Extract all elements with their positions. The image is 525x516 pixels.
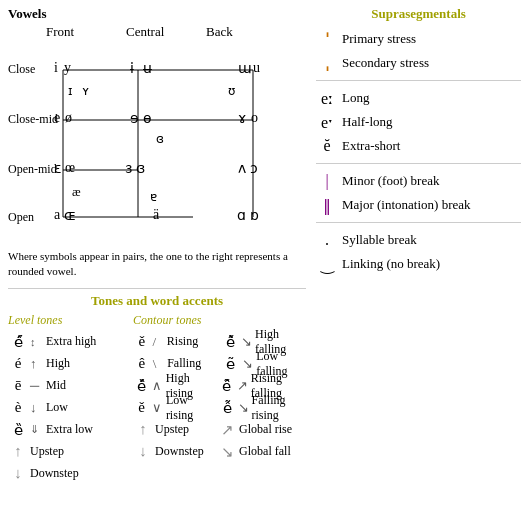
tone-symbol-low: è bbox=[8, 399, 28, 416]
contour-symbol-lrising: ě bbox=[133, 399, 150, 416]
vowel-y: y bbox=[64, 60, 71, 76]
vowel-alpha: ɑ bbox=[237, 207, 246, 224]
tone-symbol-downstep: ↓ bbox=[8, 465, 28, 482]
col-back: Back bbox=[206, 24, 286, 40]
supra-label-secondary: Secondary stress bbox=[342, 55, 429, 71]
vowels-section: Vowels Front Central Back bbox=[8, 6, 306, 280]
tone-label-extralow: Extra low bbox=[46, 422, 93, 437]
left-panel: Vowels Front Central Back bbox=[0, 0, 310, 489]
vowel-oe: œ bbox=[65, 160, 75, 176]
contour-symbol-hfall: ê̌ bbox=[221, 333, 238, 351]
contour-icon-falling: \ bbox=[153, 356, 165, 372]
col-front: Front bbox=[46, 24, 126, 40]
tone-symbol-extrahigh: é̋ bbox=[8, 333, 28, 351]
level-tones-title: Level tones bbox=[8, 313, 125, 328]
supra-row-halflong: eˑ Half-long bbox=[316, 111, 521, 133]
vowel-a: a bbox=[54, 207, 60, 223]
tone-icon-mid: ─ bbox=[30, 378, 44, 394]
tone-symbol-mid: ē bbox=[8, 377, 28, 394]
contour-icon-rfalling: ↗ bbox=[237, 378, 249, 394]
tone-symbol-upstep: ↑ bbox=[8, 443, 28, 460]
contour-icon-lfall: ↘ bbox=[242, 356, 254, 372]
contour-symbol-frising: ễ bbox=[219, 399, 236, 417]
vowel-e-low: ɞ bbox=[156, 132, 164, 147]
contour-tones-col: Contour tones ě / Rising ê̌ ↘ High falli… bbox=[125, 313, 306, 485]
vowel-e-mid: ɘ bbox=[130, 110, 139, 127]
supra-row-syllable: . Syllable break bbox=[316, 229, 521, 251]
contour-icon-hrising: ∧ bbox=[152, 378, 164, 394]
vowels-header: Front Central Back bbox=[8, 24, 306, 40]
supra-row-long: eː Long bbox=[316, 87, 521, 109]
tone-icon-low: ↓ bbox=[30, 400, 44, 416]
level-tones-col: Level tones é̋ ↕ Extra high é ↑ High ē ─ bbox=[8, 313, 125, 485]
vowel-rams: ɤ bbox=[238, 110, 246, 127]
supra-symbol-long: eː bbox=[316, 89, 338, 108]
vowel-chart: Close Close-mid Open-mid Open i y ɨ ʉ ɯ … bbox=[8, 42, 303, 247]
tone-row-high: é ↑ High bbox=[8, 353, 125, 375]
tone-icon-high: ↑ bbox=[30, 356, 44, 372]
contour-tones-title: Contour tones bbox=[133, 313, 306, 328]
vowel-mback: ɯ bbox=[238, 60, 252, 77]
contour-icon-gfall: ↘ bbox=[217, 443, 237, 461]
supra-symbol-syllable: . bbox=[316, 231, 338, 249]
contour-icon-up: ↑ bbox=[133, 421, 153, 438]
supra-label-syllable: Syllable break bbox=[342, 232, 417, 248]
row-close: Close bbox=[8, 62, 35, 77]
vowel-note: Where symbols appear in pairs, the one t… bbox=[8, 249, 298, 280]
vowel-oslash: ø bbox=[65, 110, 72, 126]
tone-label-upstep: Upstep bbox=[30, 444, 64, 459]
row-openmid: Open-mid bbox=[8, 162, 57, 177]
contour-row-lrising: ě ∨ Low rising ễ ↘ Falling rising bbox=[133, 397, 306, 419]
tone-label-mid: Mid bbox=[46, 378, 66, 393]
contour-symbol-rfalling: ẽ̂ bbox=[218, 377, 235, 395]
supra-label-minor: Minor (foot) break bbox=[342, 173, 439, 189]
vowel-imid: ɨ bbox=[130, 60, 134, 77]
contour-icon-down: ↓ bbox=[133, 443, 153, 460]
contour-symbol-hrising: ě̂ bbox=[133, 377, 150, 395]
contour-row-downstep2: ↓ Downstep ↘ Global fall bbox=[133, 441, 306, 463]
supra-symbol-halflong: eˑ bbox=[316, 113, 338, 132]
supra-row-secondary: ˌ Secondary stress bbox=[316, 52, 521, 74]
supra-row-major: ‖ Major (intonation) break bbox=[316, 194, 521, 216]
supra-title: Suprasegmentals bbox=[316, 6, 521, 22]
supra-symbol-primary: ˈ bbox=[316, 30, 338, 49]
supra-symbol-extrashort: ĕ bbox=[316, 137, 338, 155]
contour-label-downstep2: Downstep bbox=[155, 444, 215, 459]
contour-label-upstep2: Upstep bbox=[155, 422, 215, 437]
row-open: Open bbox=[8, 210, 34, 225]
tone-row-downstep: ↓ Downstep bbox=[8, 463, 125, 485]
tone-icon-extralow: ⇓ bbox=[30, 423, 44, 436]
supra-label-linking: Linking (no break) bbox=[342, 256, 440, 272]
tone-row-low: è ↓ Low bbox=[8, 397, 125, 419]
vowel-i: i bbox=[54, 60, 58, 76]
tone-symbol-high: é bbox=[8, 355, 28, 372]
col-central: Central bbox=[126, 24, 206, 40]
tone-symbol-extralow: ȅ bbox=[8, 421, 28, 439]
vowel-o-central: ɵ bbox=[143, 110, 152, 127]
contour-icon-rising: / bbox=[153, 334, 165, 350]
tones-title: Tones and word accents bbox=[8, 293, 306, 309]
supra-label-major: Major (intonation) break bbox=[342, 197, 471, 213]
right-panel: Suprasegmentals ˈ Primary stress ˌ Secon… bbox=[310, 0, 525, 489]
divider-2 bbox=[316, 163, 521, 164]
supra-row-linking: ‿ Linking (no break) bbox=[316, 253, 521, 275]
tone-label-high: High bbox=[46, 356, 70, 371]
contour-label-falling: Falling bbox=[167, 356, 220, 371]
page: Vowels Front Central Back bbox=[0, 0, 525, 489]
supra-label-long: Long bbox=[342, 90, 369, 106]
vowel-I: ɪ bbox=[68, 84, 72, 99]
vowel-a-raised: ɐ bbox=[150, 190, 157, 205]
vowel-a-mid: ä bbox=[153, 207, 159, 223]
contour-icon-hfall: ↘ bbox=[241, 334, 253, 350]
supra-row-primary: ˈ Primary stress bbox=[316, 28, 521, 50]
vowel-oe-small: ɶ bbox=[64, 207, 76, 224]
vowel-U: ʊ bbox=[228, 84, 235, 99]
vowel-e3b: ɞ bbox=[136, 160, 145, 177]
tone-icon-extrahigh: ↕ bbox=[30, 336, 44, 348]
contour-label-frising: Falling rising bbox=[252, 393, 307, 423]
contour-symbol-lfall: ẽ bbox=[222, 355, 240, 373]
vowel-u-central: ʉ bbox=[143, 60, 152, 77]
vowel-o: o bbox=[251, 110, 258, 126]
tone-label-extrahigh: Extra high bbox=[46, 334, 96, 349]
contour-icon-frising: ↘ bbox=[238, 400, 250, 416]
